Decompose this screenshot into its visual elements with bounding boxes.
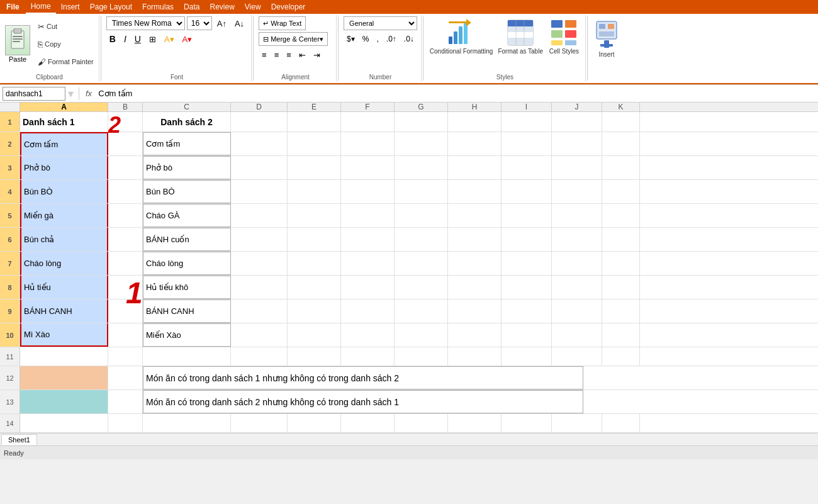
- cell-j7[interactable]: [552, 252, 602, 275]
- file-menu[interactable]: File: [0, 0, 26, 14]
- menu-home[interactable]: Home: [26, 0, 56, 14]
- cell-j4[interactable]: [552, 180, 602, 203]
- cell-k3[interactable]: [602, 156, 640, 179]
- cell-e8[interactable]: [288, 276, 341, 299]
- menu-view[interactable]: View: [240, 0, 266, 14]
- cell-f5[interactable]: [341, 204, 395, 227]
- cell-a5[interactable]: Miến gà: [20, 204, 108, 227]
- cell-f4[interactable]: [341, 180, 395, 203]
- cell-j9[interactable]: [552, 300, 602, 323]
- cell-i9[interactable]: [501, 300, 552, 323]
- cell-c3[interactable]: Phở bò: [143, 156, 231, 179]
- cut-button[interactable]: ✂ Cut: [35, 18, 96, 35]
- cell-e7[interactable]: [288, 252, 341, 275]
- cell-a8[interactable]: Hủ tiếu: [20, 276, 108, 299]
- col-header-f[interactable]: F: [341, 103, 395, 111]
- cell-d10[interactable]: [231, 323, 288, 347]
- cell-g10[interactable]: [395, 323, 448, 347]
- cell-g1[interactable]: [395, 112, 448, 132]
- cell-b8[interactable]: [108, 276, 143, 299]
- format-painter-button[interactable]: 🖌 Format Painter: [35, 53, 96, 70]
- cell-e11[interactable]: [288, 347, 341, 366]
- cell-f2[interactable]: [341, 132, 395, 155]
- conditional-formatting-button[interactable]: Conditional Formatting: [429, 16, 495, 56]
- cell-j1[interactable]: [552, 112, 602, 132]
- cell-b7[interactable]: [108, 252, 143, 275]
- cell-k9[interactable]: [602, 300, 640, 323]
- cell-a10[interactable]: Mì Xào: [20, 323, 108, 347]
- cell-a9[interactable]: BÁNH CANH: [20, 300, 108, 323]
- sheet-tab-1[interactable]: Sheet1: [1, 434, 37, 445]
- indent-increase-button[interactable]: ⇥: [310, 48, 323, 62]
- font-family-select[interactable]: Times New Roma: [106, 16, 185, 30]
- cell-c7[interactable]: Cháo lòng: [143, 252, 231, 275]
- cell-h10[interactable]: [448, 323, 501, 347]
- increase-font-button[interactable]: A↑: [214, 16, 230, 30]
- insert-button[interactable]: [594, 16, 619, 51]
- cell-c11[interactable]: [143, 347, 231, 366]
- cell-e6[interactable]: [288, 228, 341, 251]
- currency-button[interactable]: $▾: [344, 32, 358, 46]
- fill-color-button[interactable]: A▾: [161, 32, 177, 46]
- col-header-k[interactable]: K: [602, 103, 640, 111]
- cell-a3[interactable]: Phở bò: [20, 156, 108, 179]
- cell-e10[interactable]: [288, 323, 341, 347]
- cell-a13[interactable]: [20, 390, 108, 413]
- col-header-d[interactable]: D: [231, 103, 288, 111]
- cell-j8[interactable]: [552, 276, 602, 299]
- underline-button[interactable]: U: [132, 32, 144, 46]
- font-color-button[interactable]: A▾: [179, 32, 196, 46]
- cell-g2[interactable]: [395, 132, 448, 155]
- cell-a11[interactable]: [20, 347, 108, 366]
- cell-b11[interactable]: [108, 347, 143, 366]
- menu-data[interactable]: Data: [179, 0, 204, 14]
- cell-h6[interactable]: [448, 228, 501, 251]
- cell-g6[interactable]: [395, 228, 448, 251]
- cell-k10[interactable]: [602, 323, 640, 347]
- cell-c8[interactable]: Hủ tiếu khô: [143, 276, 231, 299]
- cell-d9[interactable]: [231, 300, 288, 323]
- menu-page-layout[interactable]: Page Layout: [85, 0, 137, 14]
- wrap-text-button[interactable]: ↵ Wrap Text: [259, 16, 306, 30]
- cell-g5[interactable]: [395, 204, 448, 227]
- cell-e1[interactable]: [288, 112, 341, 132]
- cell-c1[interactable]: Danh sách 2: [143, 112, 231, 132]
- cell-d1[interactable]: [231, 112, 288, 132]
- cell-i5[interactable]: [501, 204, 552, 227]
- cell-j3[interactable]: [552, 156, 602, 179]
- col-header-g[interactable]: G: [395, 103, 448, 111]
- number-format-select[interactable]: General: [344, 16, 417, 30]
- cell-b6[interactable]: [108, 228, 143, 251]
- cell-c13[interactable]: Món ăn có trong danh sách 2 nhưng không …: [143, 390, 583, 413]
- cell-g8[interactable]: [395, 276, 448, 299]
- cell-i4[interactable]: [501, 180, 552, 203]
- bold-button[interactable]: B: [106, 32, 119, 46]
- cell-h9[interactable]: [448, 300, 501, 323]
- cell-b13[interactable]: [108, 390, 143, 413]
- menu-insert[interactable]: Insert: [56, 0, 85, 14]
- cell-g14[interactable]: [395, 414, 448, 432]
- cell-i7[interactable]: [501, 252, 552, 275]
- cell-h3[interactable]: [448, 156, 501, 179]
- cell-i10[interactable]: [501, 323, 552, 347]
- cell-b14[interactable]: [108, 414, 143, 432]
- cell-b12[interactable]: [108, 366, 143, 389]
- cell-c4[interactable]: Bún BÒ: [143, 180, 231, 203]
- cell-g4[interactable]: [395, 180, 448, 203]
- cell-g9[interactable]: [395, 300, 448, 323]
- cell-d5[interactable]: [231, 204, 288, 227]
- cell-k7[interactable]: [602, 252, 640, 275]
- cell-h7[interactable]: [448, 252, 501, 275]
- decrease-decimal-button[interactable]: .0↓: [401, 32, 417, 46]
- cell-k4[interactable]: [602, 180, 640, 203]
- italic-button[interactable]: I: [121, 32, 130, 46]
- cell-i14[interactable]: [501, 414, 552, 432]
- cell-i2[interactable]: [501, 132, 552, 155]
- menu-review[interactable]: Review: [204, 0, 239, 14]
- col-header-e[interactable]: E: [288, 103, 341, 111]
- cell-b3[interactable]: [108, 156, 143, 179]
- cell-h8[interactable]: [448, 276, 501, 299]
- cell-f6[interactable]: [341, 228, 395, 251]
- menu-developer[interactable]: Developer: [266, 0, 311, 14]
- paste-button[interactable]: Paste: [3, 18, 33, 70]
